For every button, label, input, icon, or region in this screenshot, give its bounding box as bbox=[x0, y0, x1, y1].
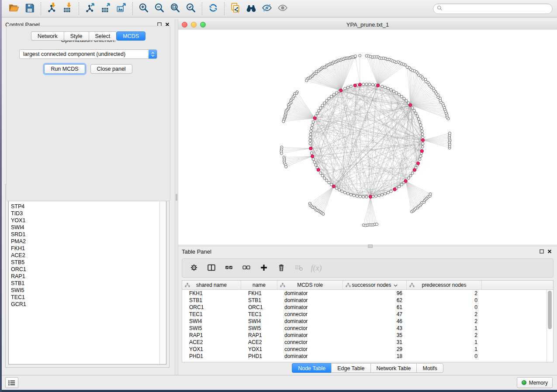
table-panel-title: Table Panel bbox=[182, 248, 538, 255]
network-canvas[interactable] bbox=[178, 30, 557, 244]
tab-edge-table[interactable]: Edge Table bbox=[331, 363, 370, 373]
mcds-result-item[interactable]: SRD1 bbox=[9, 231, 166, 238]
cell-MCDS-role: connector bbox=[277, 346, 343, 352]
cell-predecessor-nodes: 1 bbox=[407, 325, 482, 331]
add-column-button[interactable] bbox=[256, 261, 271, 275]
tab-mcds[interactable]: MCDS bbox=[116, 31, 145, 41]
delete-column-icon bbox=[277, 263, 286, 274]
table-scrollbar-thumb[interactable] bbox=[548, 291, 552, 329]
search-input[interactable] bbox=[445, 5, 549, 12]
mcds-result-item[interactable]: ORC1 bbox=[9, 266, 166, 273]
unselect-all-button[interactable] bbox=[239, 261, 254, 275]
memory-button[interactable]: Memory bbox=[517, 377, 553, 388]
cell-successor-nodes: 61 bbox=[343, 304, 407, 310]
table-panel-float-button[interactable] bbox=[538, 248, 546, 255]
column-header-successor-nodes[interactable]: successor nodes bbox=[343, 281, 407, 289]
export-table-button[interactable] bbox=[98, 1, 114, 16]
tab-node-table[interactable]: Node Table bbox=[292, 363, 331, 373]
control-panel: Control Panel NetworkStyleSelectMCDS Opt… bbox=[2, 19, 175, 375]
mcds-result-item[interactable]: PMA2 bbox=[9, 238, 166, 245]
zoom-fit-icon bbox=[170, 2, 181, 15]
mcds-result-item[interactable]: ACE2 bbox=[9, 252, 166, 259]
optimization-criterion-select[interactable]: largest connected component (undirected) bbox=[19, 49, 157, 59]
zoom-fit-button[interactable] bbox=[167, 1, 183, 16]
tab-network-table[interactable]: Network Table bbox=[370, 363, 417, 373]
export-network-button[interactable] bbox=[82, 1, 98, 16]
show-graphics-details-icon bbox=[277, 2, 288, 15]
mcds-result-item[interactable]: SWI5 bbox=[9, 287, 166, 294]
select-all-button[interactable] bbox=[221, 261, 236, 275]
import-table-icon bbox=[62, 2, 73, 15]
refresh-icon bbox=[208, 2, 219, 15]
mcds-result-item[interactable]: STB5 bbox=[9, 259, 166, 266]
cell-predecessor-nodes: 2 bbox=[407, 318, 482, 324]
run-mcds-button[interactable]: Run MCDS bbox=[44, 64, 85, 74]
hide-graphics-details-button[interactable] bbox=[259, 1, 275, 16]
table-row[interactable]: FKH1FKH1dominator962 bbox=[182, 290, 553, 297]
mcds-result-item[interactable]: STB1 bbox=[9, 280, 166, 287]
table-row[interactable]: SWI5SWI5connector431 bbox=[182, 325, 553, 332]
cell-successor-nodes: 43 bbox=[343, 325, 407, 331]
control-panel-tabs: NetworkStyleSelectMCDS bbox=[2, 31, 175, 41]
cell-name: SWI4 bbox=[241, 318, 277, 324]
toggle-columns-button[interactable] bbox=[204, 261, 219, 275]
clone-network-button[interactable] bbox=[228, 1, 243, 16]
binoculars-button[interactable] bbox=[243, 1, 259, 16]
mcds-result-list[interactable]: PHD1CAR1STP4TID3YOX1SWI4SRD1PMA2FKH1ACE2… bbox=[8, 189, 166, 364]
mcds-result-groupbox: MCDS result (17 nodes) PHD1CAR1STP4TID3Y… bbox=[5, 184, 170, 368]
table-row[interactable]: YOX1YOX1connector291 bbox=[182, 346, 553, 353]
column-header-predecessor-nodes[interactable]: predecessor nodes bbox=[407, 281, 482, 289]
table-options-button[interactable] bbox=[187, 261, 201, 275]
memory-label: Memory bbox=[529, 380, 548, 386]
close-panel-button[interactable]: Close panel bbox=[90, 64, 132, 74]
table-row[interactable]: TEC1TEC1connector472 bbox=[182, 311, 553, 318]
cell-successor-nodes: 62 bbox=[343, 297, 407, 303]
zoom-selected-button[interactable] bbox=[183, 1, 199, 16]
save-button[interactable] bbox=[22, 1, 38, 16]
splitter-grip[interactable] bbox=[176, 194, 177, 201]
table-row[interactable]: ACE2ACE2connector311 bbox=[182, 339, 553, 346]
export-image-button[interactable] bbox=[114, 1, 129, 16]
cell-shared-name: STB1 bbox=[182, 297, 241, 303]
mcds-result-item[interactable]: TEC1 bbox=[9, 294, 166, 301]
delete-column-button[interactable] bbox=[274, 261, 289, 275]
open-button[interactable] bbox=[6, 1, 22, 16]
tab-motifs[interactable]: Motifs bbox=[416, 363, 443, 373]
mcds-result-item[interactable]: TID3 bbox=[9, 210, 166, 217]
zoom-in-button[interactable] bbox=[136, 1, 152, 16]
table-panel-close-button[interactable] bbox=[546, 248, 554, 255]
panel-splitter[interactable] bbox=[175, 19, 178, 375]
delete-table-icon bbox=[294, 263, 304, 274]
import-table-button[interactable] bbox=[60, 1, 76, 16]
column-header-filler bbox=[482, 281, 553, 289]
mcds-result-item[interactable]: RAP1 bbox=[9, 273, 166, 280]
table-row[interactable]: STB1STB1dominator620 bbox=[182, 297, 553, 304]
column-header-MCDS-role[interactable]: MCDS role bbox=[277, 281, 343, 289]
task-history-button[interactable] bbox=[5, 377, 18, 388]
table-panel-splitter-grip[interactable] bbox=[368, 244, 373, 248]
cell-name: STB1 bbox=[241, 297, 277, 303]
refresh-button[interactable] bbox=[205, 1, 221, 16]
table-row[interactable]: PHD1PHD1dominator180 bbox=[182, 353, 553, 360]
function-builder-button: f(x) bbox=[309, 261, 324, 275]
mcds-result-item[interactable]: STP4 bbox=[9, 203, 166, 210]
table-scrollbar[interactable] bbox=[547, 290, 553, 362]
network-view-titlebar: YPA_prune.txt_1 bbox=[178, 19, 557, 30]
tab-select[interactable]: Select bbox=[89, 31, 117, 41]
mcds-result-item[interactable]: FKH1 bbox=[9, 245, 166, 252]
table-row[interactable]: RAP1RAP1dominator352 bbox=[182, 332, 553, 339]
table-row[interactable]: SWI4SWI4dominator462 bbox=[182, 318, 553, 325]
mcds-list-scrollbar[interactable] bbox=[159, 189, 166, 364]
column-header-shared-name[interactable]: shared name bbox=[182, 281, 241, 289]
list-icon bbox=[8, 380, 16, 386]
import-network-button[interactable] bbox=[44, 1, 60, 16]
mcds-result-item[interactable]: GCR1 bbox=[9, 301, 166, 308]
table-options-icon bbox=[189, 263, 199, 274]
tab-style[interactable]: Style bbox=[64, 31, 89, 41]
column-header-name[interactable]: name bbox=[241, 281, 277, 289]
table-row[interactable]: ORC1ORC1dominator610 bbox=[182, 304, 553, 311]
mcds-result-item[interactable]: SWI4 bbox=[9, 224, 166, 231]
zoom-out-button[interactable] bbox=[152, 1, 167, 16]
mcds-result-item[interactable]: YOX1 bbox=[9, 217, 166, 224]
tab-network[interactable]: Network bbox=[31, 31, 64, 41]
